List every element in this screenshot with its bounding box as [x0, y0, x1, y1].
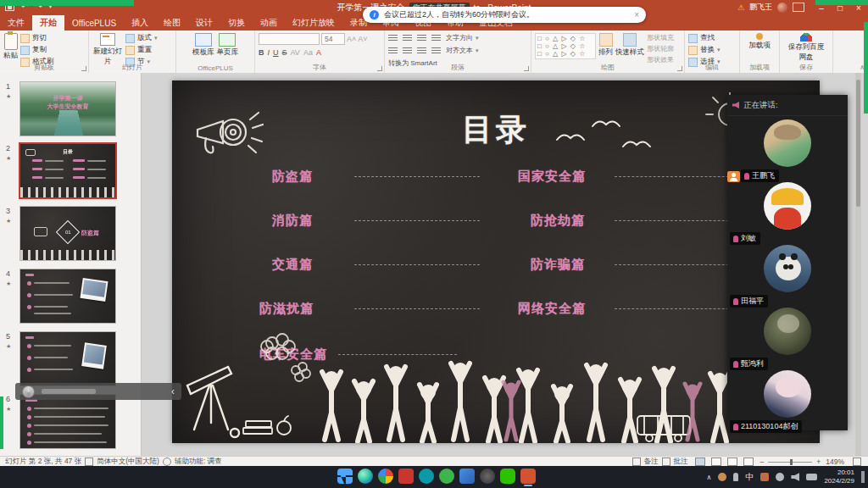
layout-button[interactable]: 版式▾ [125, 33, 158, 43]
shapes-gallery[interactable]: □ ○ △ ▷ ◇ ☆ □ ○ △ ▷ ◇ ☆ □ ○ △ ▷ ◇ ☆ [535, 33, 596, 59]
tab-insert[interactable]: 插入 [124, 15, 156, 30]
reset-button[interactable]: 重置 [125, 45, 158, 55]
windows-start-icon[interactable] [337, 469, 353, 484]
eclipse-app-icon[interactable] [419, 469, 434, 484]
shape-outline-button[interactable]: 形状轮廓 [647, 44, 674, 53]
tab-slideshow[interactable]: 幻灯片放映 [285, 15, 342, 30]
addins-button[interactable]: 加载项 [747, 33, 772, 51]
tray-mic-icon[interactable] [733, 473, 738, 481]
slide-thumbnail-2-selected[interactable]: 目录 [20, 144, 115, 197]
participant-tile[interactable]: 王鹏飞 [727, 116, 848, 179]
underline-button[interactable]: U [273, 48, 279, 57]
participant-tile[interactable]: 2110130104郝创 [727, 367, 848, 430]
align-left-icon[interactable] [388, 47, 398, 54]
zoom-in-button[interactable]: + [816, 458, 821, 466]
template-library-button[interactable]: 模板库 [192, 33, 214, 58]
ime-indicator[interactable]: 中 [745, 471, 754, 483]
slide-thumbnail-6[interactable] [20, 395, 115, 448]
tab-file[interactable]: 文件 [0, 15, 32, 30]
tab-transitions[interactable]: 切换 [220, 15, 253, 30]
blue-app-icon[interactable] [459, 469, 475, 484]
indent-increase-icon[interactable] [431, 35, 441, 42]
tray-eye-icon[interactable] [776, 473, 784, 481]
tab-draw[interactable]: 绘图 [156, 15, 188, 30]
font-dialog-launcher[interactable] [377, 66, 382, 71]
new-slide-button[interactable]: 新建幻灯片 [92, 33, 123, 67]
indent-decrease-icon[interactable] [417, 35, 426, 42]
notification-center-icon[interactable] [861, 471, 865, 483]
zoom-out-button[interactable]: – [760, 458, 765, 466]
account-name[interactable]: 鹏飞王 [749, 2, 772, 13]
text-direction-button[interactable]: 文字方向▾ [446, 33, 479, 42]
tab-animations[interactable]: 动画 [253, 15, 285, 30]
fit-slide-icon[interactable] [853, 458, 861, 466]
page-library-button[interactable]: 单页库 [217, 33, 239, 58]
find-button[interactable]: 查找 [688, 33, 721, 43]
clock[interactable]: 20:01 2024/2/29 [824, 469, 854, 485]
meeting-share-pill[interactable]: ‹ [15, 383, 181, 400]
slideshow-view-icon[interactable] [743, 458, 754, 466]
font-size-box[interactable]: 54 [321, 33, 345, 45]
reading-view-icon[interactable] [727, 458, 737, 466]
quick-styles-button[interactable]: 快速样式 [615, 33, 644, 58]
tab-design[interactable]: 设计 [188, 15, 220, 30]
shape-fill-button[interactable]: 形状填充 [647, 33, 674, 42]
volume-icon[interactable] [791, 473, 799, 481]
tray-expand-icon[interactable]: ∧ [707, 474, 712, 481]
numbering-icon[interactable] [403, 35, 412, 42]
tab-home[interactable]: 开始 [32, 15, 64, 30]
justify-icon[interactable] [431, 47, 441, 54]
replace-button[interactable]: 替换▾ [688, 45, 721, 55]
netease-app-icon[interactable] [398, 469, 414, 484]
zoom-level[interactable]: 149% [826, 458, 844, 466]
tab-officeplus[interactable]: OfficePLUS [64, 15, 124, 30]
normal-view-icon[interactable] [695, 458, 705, 466]
tray-person-icon[interactable] [718, 473, 726, 481]
copy-button[interactable]: 复制 [20, 45, 54, 55]
zoom-slider[interactable] [768, 462, 812, 463]
align-center-icon[interactable] [403, 47, 412, 54]
font-name-box[interactable] [259, 33, 320, 45]
char-spacing-icon[interactable]: AV [291, 48, 300, 57]
slide-sorter-view-icon[interactable] [711, 458, 721, 466]
save-to-baidu-button[interactable]: 保存到百度网盘 [786, 33, 826, 63]
participant-tile[interactable]: 刘敏 [727, 179, 848, 241]
clipboard-dialog-launcher[interactable] [81, 66, 86, 71]
vertical-scrollbar[interactable] [855, 73, 861, 456]
toast-close-icon[interactable]: × [634, 10, 639, 19]
arrange-button[interactable]: 排列 [598, 33, 613, 58]
participant-tile[interactable]: 田福平 [727, 241, 848, 304]
battery-icon[interactable] [806, 474, 817, 480]
grow-font-icon[interactable]: A˄ [347, 35, 356, 43]
green-app-icon[interactable] [439, 469, 454, 484]
bullets-icon[interactable] [388, 35, 398, 42]
change-case-icon[interactable]: Aa [303, 48, 313, 57]
font-color-icon[interactable]: A [316, 48, 321, 57]
slide-canvas[interactable]: 目录 防盗篇 消防篇 [172, 80, 820, 443]
slide-thumbnail-1[interactable]: 开学第一课 大学生安全教育 [20, 82, 115, 136]
slide-thumbnail-5[interactable] [20, 332, 115, 385]
cut-button[interactable]: 剪切 [20, 33, 54, 43]
paste-button[interactable]: 粘贴 [3, 33, 18, 61]
spellcheck-icon[interactable] [85, 458, 93, 466]
drawing-dialog-launcher[interactable] [677, 66, 682, 71]
slide-thumbnail-4[interactable] [20, 269, 115, 323]
align-right-icon[interactable] [417, 47, 426, 54]
camera-app-icon[interactable] [480, 469, 495, 484]
paragraph-dialog-launcher[interactable] [524, 66, 529, 71]
vertical-scrollbar-thumb[interactable] [856, 80, 860, 207]
wechat-icon[interactable] [500, 469, 515, 484]
account-avatar[interactable] [777, 3, 787, 13]
ribbon-display-options-icon[interactable] [793, 3, 804, 12]
browser-icon[interactable] [378, 469, 393, 484]
collapse-pill-icon[interactable]: ‹ [171, 386, 175, 396]
strikethrough-button[interactable]: S [282, 48, 287, 57]
align-text-button[interactable]: 对齐文本▾ [446, 46, 479, 55]
powerpoint-app-icon[interactable] [520, 469, 536, 484]
edge-browser-icon[interactable] [358, 469, 373, 484]
warning-icon[interactable]: ⚠ [737, 3, 744, 12]
italic-button[interactable]: I [268, 48, 270, 57]
slide-thumbnail-3[interactable]: 01 防盗篇 [20, 207, 115, 260]
participant-tile[interactable]: 甄鸿利 [727, 304, 848, 367]
zoom-slider-thumb[interactable] [790, 459, 793, 465]
